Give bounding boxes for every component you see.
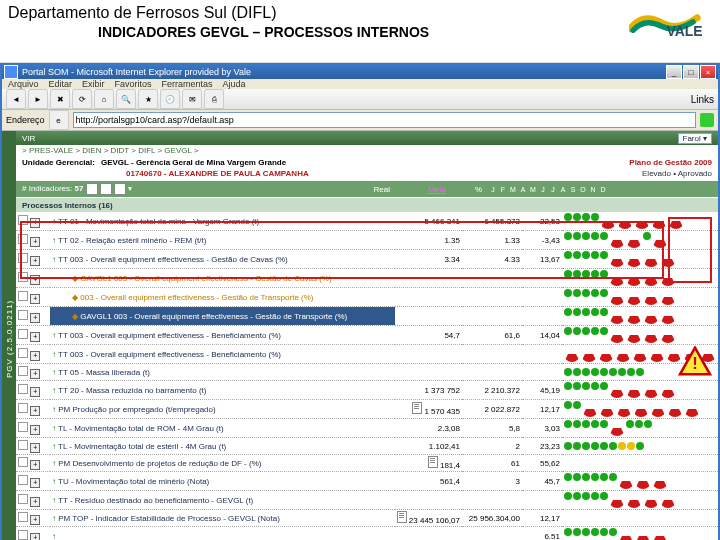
go-button[interactable] (700, 113, 714, 127)
row-checkbox[interactable] (18, 234, 28, 244)
table-row[interactable]: +↑ PM Desenvolvimento de projetos de red… (16, 455, 718, 472)
dropdown-icon[interactable]: ▾ (128, 184, 132, 193)
expand-icon[interactable]: + (30, 218, 40, 228)
table-row[interactable]: +◆ GAVGL1 003 - Overall equipment effect… (16, 269, 718, 288)
note-icon[interactable] (412, 402, 422, 414)
expand-icon[interactable]: + (30, 478, 40, 488)
back-button[interactable]: ◄ (6, 89, 26, 109)
row-checkbox[interactable] (18, 310, 28, 320)
row-checkbox[interactable] (18, 512, 28, 522)
address-input[interactable] (73, 112, 696, 128)
expand-icon[interactable]: + (30, 256, 40, 266)
expand-icon[interactable]: + (30, 515, 40, 525)
row-checkbox[interactable] (18, 253, 28, 263)
farol-selector[interactable]: Farol ▾ (678, 133, 712, 144)
row-checkbox[interactable] (18, 329, 28, 339)
close-button[interactable]: × (700, 65, 716, 79)
row-checkbox[interactable] (18, 215, 28, 225)
forward-button[interactable]: ► (28, 89, 48, 109)
expand-icon[interactable]: + (30, 237, 40, 247)
menu-favoritos[interactable]: Favoritos (115, 79, 152, 89)
address-label: Endereço (6, 115, 45, 125)
cell-real (395, 269, 462, 288)
row-checkbox[interactable] (18, 494, 28, 504)
cell-farol (562, 231, 718, 250)
col-meta[interactable]: Meta (390, 185, 446, 194)
table-row[interactable]: +↑ TT 02 - Relação estéril minério - REM… (16, 231, 718, 250)
table-row[interactable]: +↑ 6.51 (16, 527, 718, 541)
expand-icon[interactable]: + (30, 460, 40, 470)
history-button[interactable]: 🕘 (160, 89, 180, 109)
minimize-button[interactable]: _ (666, 65, 682, 79)
table-row[interactable]: +↑ TU - Movimentação total de minério (N… (16, 472, 718, 491)
cell-pct: -3,43 (522, 231, 562, 250)
table-row[interactable]: +↑ TT 01 - Movimentação total da mina - … (16, 212, 718, 231)
filter-7[interactable]: 7 (86, 183, 98, 195)
filter-icon[interactable]: ▥ (100, 183, 112, 195)
expand-icon[interactable]: + (30, 369, 40, 379)
row-checkbox[interactable] (18, 530, 28, 540)
cell-meta (462, 269, 522, 288)
col-real: Real (342, 185, 390, 194)
table-row[interactable]: +↑ PM Produção por empregado (t/empregad… (16, 400, 718, 419)
expand-icon[interactable]: + (30, 387, 40, 397)
expand-icon[interactable]: + (30, 351, 40, 361)
table-row[interactable]: +↑ TT 003 - Overall equipment effectiven… (16, 326, 718, 345)
table-row[interactable]: +↑ TT 05 - Massa liberada (t) (16, 364, 718, 381)
expand-icon[interactable]: + (30, 406, 40, 416)
favorites-button[interactable]: ★ (138, 89, 158, 109)
refresh-button[interactable]: ⟳ (72, 89, 92, 109)
menu-arquivo[interactable]: Arquivo (8, 79, 39, 89)
print-button[interactable]: ⎙ (204, 89, 224, 109)
cell-meta (462, 345, 522, 364)
home-button[interactable]: ⌂ (94, 89, 114, 109)
indicator-name: TT 003 - Overall equipment effectiveness… (58, 331, 281, 340)
row-checkbox[interactable] (18, 475, 28, 485)
table-row[interactable]: +↑ TT - Resíduo destinado ao beneficiame… (16, 491, 718, 510)
expand-icon[interactable]: + (30, 313, 40, 323)
stop-button[interactable]: ✖ (50, 89, 70, 109)
cell-real: 181,4 (395, 455, 462, 472)
maximize-button[interactable]: □ (683, 65, 699, 79)
menu-editar[interactable]: Editar (49, 79, 73, 89)
row-checkbox[interactable] (18, 348, 28, 358)
row-checkbox[interactable] (18, 384, 28, 394)
table-row[interactable]: +↑ TT 003 - Overall equipment effectiven… (16, 250, 718, 269)
row-checkbox[interactable] (18, 291, 28, 301)
expand-icon[interactable]: + (30, 497, 40, 507)
table-row[interactable]: +↑ TL - Movimentação total de estéril - … (16, 438, 718, 455)
row-checkbox[interactable] (18, 403, 28, 413)
expand-icon[interactable]: + (30, 443, 40, 453)
filter-chart-icon[interactable]: ◪ (114, 183, 126, 195)
menu-ajuda[interactable]: Ajuda (223, 79, 246, 89)
row-checkbox[interactable] (18, 366, 28, 376)
expand-icon[interactable]: + (30, 275, 40, 285)
cell-real: 1 373 752 (395, 381, 462, 400)
search-button[interactable]: 🔍 (116, 89, 136, 109)
breadcrumb[interactable]: > PRES-VALE > DIEN > DIDT > DIFL > GEVGL… (16, 145, 718, 156)
cell-pct (522, 345, 562, 364)
table-row[interactable]: +◆ 003 - Overall equipment effectiveness… (16, 288, 718, 307)
indicator-name: GAVGL1 003 - Overall equipment effective… (80, 312, 347, 321)
expand-icon[interactable]: + (30, 332, 40, 342)
cell-real: 1 570 435 (395, 400, 462, 419)
row-checkbox[interactable] (18, 440, 28, 450)
expand-icon[interactable]: + (30, 533, 40, 541)
table-row[interactable]: +↑ PM TOP - Indicador Estabilidade de Pr… (16, 510, 718, 527)
note-icon[interactable] (428, 456, 438, 468)
mail-button[interactable]: ✉ (182, 89, 202, 109)
row-checkbox[interactable] (18, 422, 28, 432)
row-checkbox[interactable] (18, 457, 28, 467)
menu-ferramentas[interactable]: Ferramentas (162, 79, 213, 89)
table-row[interactable]: +◆ GAVGL1 003 - Overall equipment effect… (16, 307, 718, 326)
table-row[interactable]: +↑ TL - Movimentação total de ROM - 4M G… (16, 419, 718, 438)
expand-icon[interactable]: + (30, 425, 40, 435)
note-icon[interactable] (397, 511, 407, 523)
menu-exibir[interactable]: Exibir (82, 79, 105, 89)
section-header[interactable]: Processos Internos (16) (16, 198, 718, 212)
table-row[interactable]: +↑ TT 003 - Overall equipment effectiven… (16, 345, 718, 364)
row-checkbox[interactable] (18, 272, 28, 282)
cell-meta: 61,6 (462, 326, 522, 345)
expand-icon[interactable]: + (30, 294, 40, 304)
table-row[interactable]: +↑ TT 20 - Massa reduzida no barramento … (16, 381, 718, 400)
